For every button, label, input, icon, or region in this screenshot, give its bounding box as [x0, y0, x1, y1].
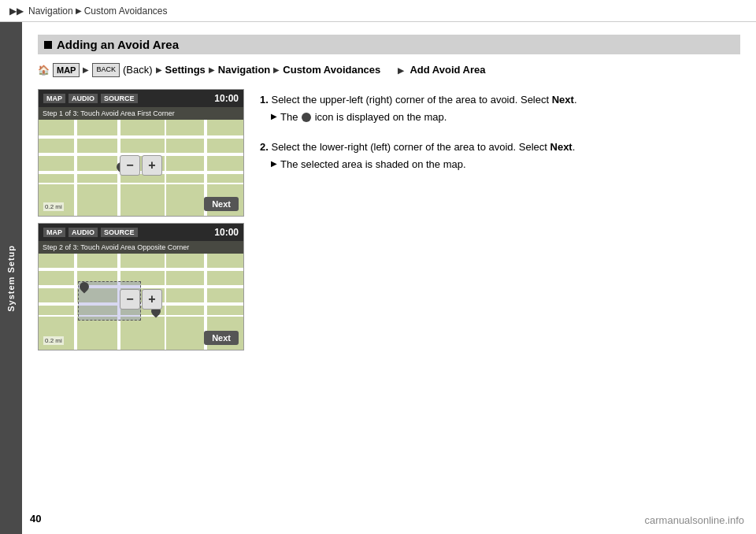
toolbar-audio-btn-2[interactable]: AUDIO	[69, 228, 98, 237]
instruction-2-text: 2. Select the lower-right (left) corner …	[260, 139, 740, 155]
instruction-1-text: 1. Select the upper-left (right) corner …	[260, 92, 740, 108]
map-instruction-1: Step 1 of 3: Touch Avoid Area First Corn…	[39, 107, 243, 120]
map-icon-inline	[302, 113, 311, 122]
sub-arrow-2: ▶	[271, 159, 277, 168]
screenshot-1: MAP AUDIO SOURCE 10:00 Step 1 of 3: Touc…	[38, 89, 244, 217]
sidebar-label: System Setup	[6, 245, 16, 312]
road2-h2	[39, 285, 243, 288]
next-btn-1[interactable]: Next	[204, 197, 239, 211]
section-title: Adding an Avoid Area	[57, 38, 179, 51]
back-icon-box[interactable]: BACK	[92, 63, 120, 77]
instruction-item-2: 2. Select the lower-right (left) corner …	[260, 139, 740, 172]
toolbar-buttons-2: MAP AUDIO SOURCE	[43, 228, 138, 237]
sidebar: System Setup	[0, 22, 22, 534]
content-columns: MAP AUDIO SOURCE 10:00 Step 1 of 3: Touc…	[38, 89, 740, 350]
road-v3	[165, 120, 166, 216]
road2-v3	[165, 254, 166, 350]
back-icon-label: BACK	[96, 65, 116, 76]
nav-navigation: Navigation	[218, 62, 270, 78]
breadcrumb-arrow-start: ▶▶	[9, 6, 24, 17]
watermark: carmanualsonline.info	[645, 514, 744, 526]
next-btn-2[interactable]: Next	[204, 331, 239, 345]
toolbar-map-btn-1[interactable]: MAP	[43, 94, 65, 103]
home-icon: 🏠	[38, 63, 50, 77]
instruction-2-sub: ▶ The selected area is shaded on the map…	[260, 157, 740, 172]
back-text: (Back)	[123, 62, 153, 78]
road2-v1	[74, 254, 77, 350]
nav-arrow-3: ▶	[209, 64, 215, 76]
nav-add-avoid: ▶ Add Avoid Area	[387, 62, 485, 78]
next-bold-2: Next	[550, 141, 573, 153]
step-num-2: 2.	[260, 141, 269, 153]
road-v1	[74, 120, 77, 216]
nav-custom-avoidances: Custom Avoidances	[283, 62, 380, 78]
map-icon-box[interactable]: MAP	[53, 63, 80, 77]
toolbar-map-btn-2[interactable]: MAP	[43, 228, 65, 237]
map-toolbar-1: MAP AUDIO SOURCE 10:00	[39, 90, 243, 107]
zoom-in-btn-1[interactable]: +	[142, 155, 162, 176]
breadcrumb-custom-avoidances: Custom Avoidances	[84, 6, 168, 17]
instruction-1-sub: ▶ The icon is displayed on the map.	[260, 109, 740, 125]
instruction-1-sub-text: The icon is displayed on the map.	[280, 109, 447, 125]
breadcrumb-arrow-1: ▶	[76, 6, 82, 15]
zoom-out-btn-1[interactable]: −	[120, 155, 140, 176]
map-label: MAP	[57, 64, 76, 77]
map-instruction-2: Step 2 of 3: Touch Avoid Area Opposite C…	[39, 241, 243, 254]
main-content: Adding an Avoid Area 🏠 MAP ▶ BACK (Back)…	[22, 22, 756, 534]
nav-arrow-5: ▶	[398, 66, 404, 75]
nav-arrow-2: ▶	[156, 64, 162, 76]
nav-arrow-1: ▶	[83, 64, 89, 76]
instructions-column: 1. Select the upper-left (right) corner …	[260, 89, 740, 187]
breadcrumb-bar: ▶▶ Navigation ▶ Custom Avoidances	[0, 0, 756, 22]
road-h4	[39, 183, 243, 184]
nav-settings: Settings	[165, 62, 206, 78]
toolbar-source-btn-1[interactable]: SOURCE	[101, 94, 138, 103]
toolbar-time-2: 10:00	[214, 227, 239, 238]
toolbar-audio-btn-1[interactable]: AUDIO	[69, 94, 98, 103]
nav-arrow-4: ▶	[273, 64, 280, 76]
zoom-out-btn-2[interactable]: −	[120, 289, 140, 310]
screenshots-column: MAP AUDIO SOURCE 10:00 Step 1 of 3: Touc…	[38, 89, 244, 350]
breadcrumb-nav: Navigation	[28, 6, 73, 17]
road2-h1	[39, 268, 243, 271]
section-header: Adding an Avoid Area	[38, 35, 740, 54]
road2-h4	[39, 315, 243, 317]
road-h1	[39, 135, 243, 139]
instruction-2-sub-text: The selected area is shaded on the map.	[280, 157, 466, 172]
section-icon	[44, 41, 52, 49]
zoom-buttons-1: − +	[120, 155, 162, 176]
map-toolbar-2: MAP AUDIO SOURCE 10:00	[39, 224, 243, 241]
screenshot-2: MAP AUDIO SOURCE 10:00 Step 2 of 3: Touc…	[38, 223, 244, 350]
toolbar-time-1: 10:00	[214, 93, 239, 104]
instruction-item-1: 1. Select the upper-left (right) corner …	[260, 92, 740, 125]
next-bold-1: Next	[552, 94, 574, 106]
sub-arrow-1: ▶	[271, 112, 277, 121]
map-scale-2: 0.2 mi	[43, 336, 64, 345]
zoom-in-btn-2[interactable]: +	[142, 289, 162, 310]
zoom-buttons-2: − +	[120, 289, 162, 310]
toolbar-buttons-1: MAP AUDIO SOURCE	[43, 94, 138, 103]
step-num-1: 1.	[260, 94, 269, 106]
nav-path: 🏠 MAP ▶ BACK (Back) ▶ Settings ▶ Navigat…	[38, 62, 740, 78]
toolbar-source-btn-2[interactable]: SOURCE	[101, 228, 138, 237]
page-number: 40	[30, 513, 41, 525]
map-scale-1: 0.2 mi	[43, 202, 64, 211]
